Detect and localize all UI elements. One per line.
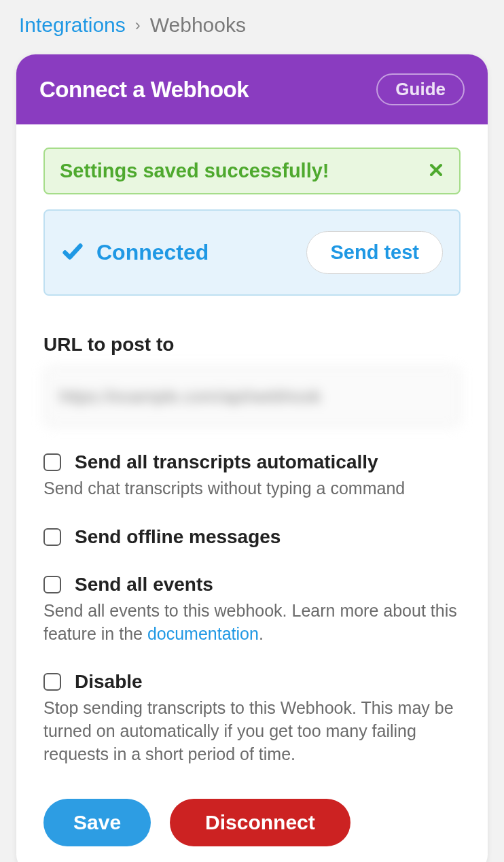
status-left: Connected xyxy=(61,240,209,266)
status-label: Connected xyxy=(96,240,209,265)
option-events: Send all events Send all events to this … xyxy=(43,574,461,646)
offline-label: Send offline messages xyxy=(75,526,281,548)
events-desc: Send all events to this webhook. Learn m… xyxy=(43,600,461,646)
card-body: Settings saved successfully! Connected S… xyxy=(16,124,488,862)
option-offline: Send offline messages xyxy=(43,526,461,548)
breadcrumb: Integrations › Webhooks xyxy=(0,0,504,46)
documentation-link[interactable]: documentation xyxy=(147,624,259,643)
offline-checkbox[interactable] xyxy=(43,528,61,546)
webhook-card: Connect a Webhook Guide Settings saved s… xyxy=(16,54,488,862)
events-checkbox[interactable] xyxy=(43,576,61,593)
url-label: URL to post to xyxy=(43,334,461,356)
disconnect-button[interactable]: Disconnect xyxy=(170,799,350,846)
action-buttons: Save Disconnect xyxy=(43,799,461,846)
disable-checkbox[interactable] xyxy=(43,673,61,691)
chevron-right-icon: › xyxy=(135,16,141,35)
card-header: Connect a Webhook Guide xyxy=(16,54,488,124)
transcripts-checkbox[interactable] xyxy=(43,453,61,471)
breadcrumb-current: Webhooks xyxy=(150,14,246,37)
transcripts-desc: Send chat transcripts without typing a c… xyxy=(43,477,461,500)
connection-status: Connected Send test xyxy=(43,209,461,296)
save-button[interactable]: Save xyxy=(43,799,151,846)
disable-label: Disable xyxy=(75,671,143,693)
option-disable: Disable Stop sending transcripts to this… xyxy=(43,671,461,765)
alert-message: Settings saved successfully! xyxy=(60,160,329,182)
success-alert: Settings saved successfully! xyxy=(43,148,461,194)
send-test-button[interactable]: Send test xyxy=(306,231,443,274)
guide-button[interactable]: Guide xyxy=(376,73,465,105)
events-label: Send all events xyxy=(75,574,213,596)
url-input[interactable] xyxy=(43,366,461,427)
disable-desc: Stop sending transcripts to this Webhook… xyxy=(43,697,461,765)
breadcrumb-parent-link[interactable]: Integrations xyxy=(19,14,126,37)
option-transcripts: Send all transcripts automatically Send … xyxy=(43,451,461,500)
close-icon[interactable] xyxy=(428,161,444,182)
check-icon xyxy=(61,240,84,266)
transcripts-label: Send all transcripts automatically xyxy=(75,451,378,473)
page-title: Connect a Webhook xyxy=(39,77,249,103)
